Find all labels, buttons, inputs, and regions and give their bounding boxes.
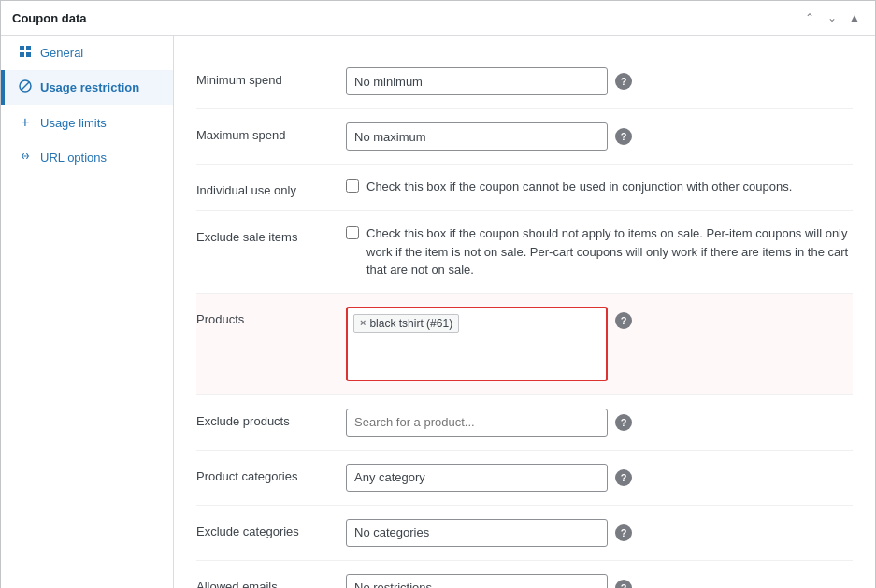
exclude-sale-field: Check this box if the coupon should not …	[346, 224, 853, 280]
product-tag-label: black tshirt (#61)	[369, 317, 452, 330]
url-options-icon	[18, 150, 33, 165]
individual-use-field: Check this box if the coupon cannot be u…	[346, 178, 853, 196]
product-categories-label: Product categories	[196, 464, 346, 483]
collapse-button[interactable]: ⌃	[800, 8, 819, 27]
maximum-spend-label: Maximum spend	[196, 122, 346, 142]
exclude-sale-checkbox-label: Check this box if the coupon should not …	[366, 224, 853, 280]
main-layout: General Usage restriction + Usage limits…	[1, 36, 875, 588]
individual-use-checkbox[interactable]	[346, 179, 359, 193]
exclude-sale-label: Exclude sale items	[196, 224, 346, 244]
window-controls: ⌃ ⌄ ▲	[800, 8, 864, 27]
sidebar-item-usage-limits[interactable]: + Usage limits	[1, 105, 173, 140]
expand-button[interactable]: ⌄	[823, 8, 841, 27]
minimum-spend-help[interactable]: ?	[615, 73, 632, 90]
allowed-emails-label: Allowed emails	[196, 574, 346, 589]
maximum-spend-row: Maximum spend ?	[196, 109, 853, 165]
exclude-categories-input[interactable]	[346, 519, 608, 547]
exclude-categories-field: ?	[346, 519, 853, 547]
general-icon	[18, 45, 33, 61]
usage-restriction-icon	[18, 79, 33, 95]
exclude-products-field: ?	[346, 409, 853, 437]
svg-rect-3	[26, 52, 31, 57]
individual-use-checkbox-label: Check this box if the coupon cannot be u…	[366, 178, 792, 196]
minimum-spend-input[interactable]	[346, 67, 608, 95]
maximum-spend-input[interactable]	[346, 122, 608, 151]
sidebar-item-url-options[interactable]: URL options	[1, 140, 173, 175]
maximum-spend-field: ?	[346, 122, 853, 151]
individual-use-row: Individual use only Check this box if th…	[196, 165, 853, 211]
products-help[interactable]: ?	[615, 312, 632, 329]
minimum-spend-field: ?	[346, 67, 853, 95]
form-content: Minimum spend ? Maximum spend ? Individu…	[174, 36, 875, 588]
exclude-categories-label: Exclude categories	[196, 519, 346, 538]
svg-rect-6	[24, 156, 27, 157]
svg-rect-1	[26, 46, 31, 50]
exclude-products-help[interactable]: ?	[615, 414, 632, 431]
products-field: × black tshirt (#61) ?	[346, 307, 853, 381]
sidebar-item-url-options-label: URL options	[40, 151, 107, 165]
allowed-emails-field: ?	[346, 574, 853, 589]
products-row: Products × black tshirt (#61) ?	[196, 294, 853, 395]
minimum-spend-label: Minimum spend	[196, 67, 346, 87]
product-categories-row: Product categories ?	[196, 451, 853, 506]
exclude-sale-checkbox[interactable]	[346, 226, 359, 239]
product-tag: × black tshirt (#61)	[353, 314, 459, 333]
product-categories-input[interactable]	[346, 464, 608, 492]
maximum-spend-help[interactable]: ?	[615, 128, 632, 145]
sidebar-item-usage-restriction-label: Usage restriction	[40, 80, 139, 94]
usage-limits-icon: +	[18, 114, 33, 131]
titlebar: Coupon data ⌃ ⌄ ▲	[1, 1, 875, 36]
exclude-products-label: Exclude products	[196, 409, 346, 428]
sidebar-item-usage-restriction[interactable]: Usage restriction	[1, 70, 173, 105]
svg-rect-2	[20, 52, 24, 57]
sidebar-item-general-label: General	[40, 46, 83, 60]
product-categories-field: ?	[346, 464, 853, 492]
exclude-sale-checkbox-row: Check this box if the coupon should not …	[346, 224, 853, 280]
coupon-data-window: Coupon data ⌃ ⌄ ▲ General Usage restrict…	[0, 0, 876, 588]
svg-line-5	[22, 82, 30, 91]
products-label: Products	[196, 307, 346, 326]
sidebar: General Usage restriction + Usage limits…	[1, 36, 174, 588]
exclude-sale-row: Exclude sale items Check this box if the…	[196, 211, 853, 294]
sidebar-item-general[interactable]: General	[1, 36, 173, 70]
exclude-products-row: Exclude products ?	[196, 395, 853, 451]
product-categories-help[interactable]: ?	[615, 469, 632, 486]
fullscreen-button[interactable]: ▲	[845, 8, 864, 27]
exclude-products-input[interactable]	[346, 409, 608, 437]
exclude-categories-help[interactable]: ?	[615, 524, 632, 541]
individual-use-checkbox-row: Check this box if the coupon cannot be u…	[346, 178, 853, 196]
allowed-emails-row: Allowed emails ?	[196, 561, 853, 589]
exclude-categories-row: Exclude categories ?	[196, 506, 853, 561]
minimum-spend-row: Minimum spend ?	[196, 54, 853, 109]
allowed-emails-input[interactable]	[346, 574, 608, 589]
products-tags-container[interactable]: × black tshirt (#61)	[346, 307, 608, 381]
individual-use-label: Individual use only	[196, 178, 346, 197]
sidebar-item-usage-limits-label: Usage limits	[40, 116, 107, 130]
svg-rect-0	[20, 46, 24, 50]
allowed-emails-help[interactable]: ?	[615, 580, 632, 589]
window-title: Coupon data	[12, 11, 86, 25]
product-tag-remove[interactable]: ×	[360, 318, 366, 328]
